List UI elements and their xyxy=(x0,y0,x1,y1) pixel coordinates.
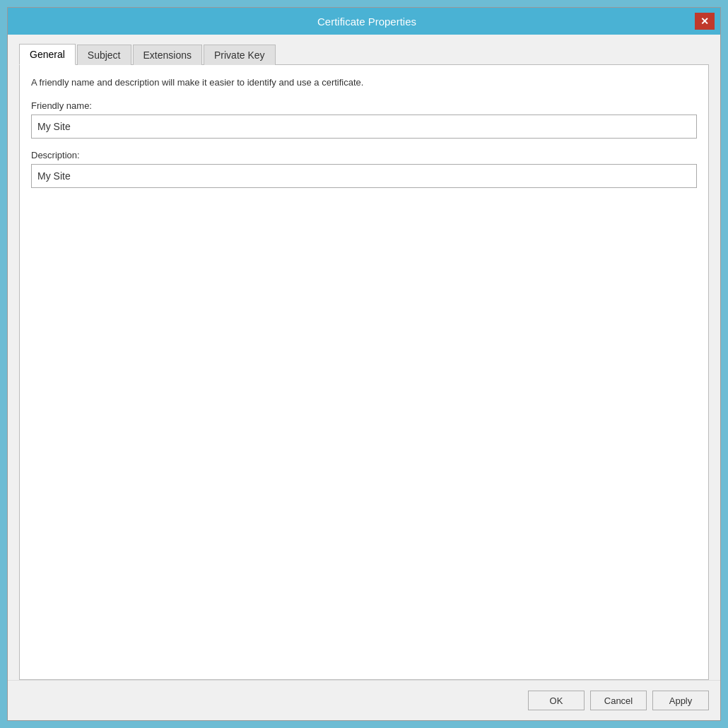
certificate-properties-window: Certificate Properties ✕ General Subject… xyxy=(7,7,721,721)
bottom-area: OK Cancel Apply xyxy=(8,680,720,720)
description-input[interactable] xyxy=(31,164,697,188)
cancel-button[interactable]: Cancel xyxy=(590,691,647,710)
apply-button[interactable]: Apply xyxy=(652,691,709,710)
close-button[interactable]: ✕ xyxy=(695,13,715,30)
title-bar: Certificate Properties ✕ xyxy=(8,8,720,35)
tab-extensions[interactable]: Extensions xyxy=(133,45,202,65)
tab-description: A friendly name and description will mak… xyxy=(31,76,697,89)
tab-private-key[interactable]: Private Key xyxy=(204,45,276,65)
description-label: Description: xyxy=(31,150,697,160)
tab-content-general: A friendly name and description will mak… xyxy=(19,64,709,680)
friendly-name-label: Friendly name: xyxy=(31,100,697,111)
tab-subject[interactable]: Subject xyxy=(77,45,131,65)
friendly-name-input[interactable] xyxy=(31,115,697,139)
content-area: General Subject Extensions Private Key A… xyxy=(8,35,720,680)
ok-button[interactable]: OK xyxy=(528,691,585,710)
window-title: Certificate Properties xyxy=(39,16,695,28)
tab-general[interactable]: General xyxy=(19,44,76,65)
tabs-row: General Subject Extensions Private Key xyxy=(19,43,709,64)
